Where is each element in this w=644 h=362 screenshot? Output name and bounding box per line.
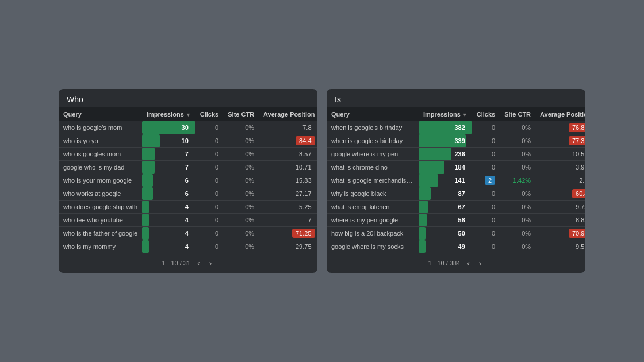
clicks-cell: 0 [195,134,223,148]
ctr-cell: 0% [500,187,535,201]
table-is: QueryImpressions ▼ClicksSite CTRAverage … [327,107,585,253]
table-row: who does google ship with 4 00%5.25 [59,201,317,214]
col-header-site-ctr: Site CTR [500,107,535,121]
query-cell: who is your mom google [59,174,142,187]
query-cell: what is chrome dino [327,161,419,174]
query-cell: why is google black [327,187,419,201]
ctr-cell: 0% [223,187,259,201]
table-row: why is google black 87 00%60.4 [327,187,585,201]
query-cell: who is yo yo [59,134,142,148]
avg-pos-cell: 77.35 [535,134,585,148]
ctr-cell: 0% [223,201,259,214]
query-cell: google who is my dad [59,161,142,174]
query-cell: what is emoji kitchen [327,201,419,214]
panel-is: IsQueryImpressions ▼ClicksSite CTRAverag… [327,89,585,273]
avg-pos-cell: 2.7 [535,174,585,187]
col-header-impressions[interactable]: Impressions ▼ [419,107,472,121]
col-header-clicks: Clicks [195,107,223,121]
col-header-average-position: Average Position [535,107,585,121]
clicks-cell: 0 [195,148,223,161]
query-cell: who is google's mom [59,121,142,134]
avg-pos-cell: 10.71 [259,161,317,174]
table-row: who works at google 6 00%27.17 [59,187,317,201]
impressions-cell: 7 [142,161,195,174]
ctr-cell: 0% [500,161,535,174]
ctr-cell: 0% [500,121,535,134]
table-row: who is my mommy 4 00%29.75 [59,240,317,253]
panel-title-is: Is [327,89,585,107]
next-button[interactable]: › [477,258,484,268]
impressions-cell: 382 [419,121,472,134]
avg-pos-cell: 29.75 [259,240,317,253]
clicks-cell: 0 [472,187,500,201]
avg-pos-cell: 15.83 [259,174,317,187]
table-row: what is google merchandise store 141 21.… [327,174,585,187]
avg-pos-cell: 70.94 [535,227,585,240]
col-header-site-ctr: Site CTR [223,107,259,121]
avg-pos-cell: 76.88 [535,121,585,134]
impressions-cell: 4 [142,240,195,253]
ctr-cell: 0% [223,240,259,253]
ctr-cell: 0% [500,134,535,148]
col-header-impressions[interactable]: Impressions ▼ [142,107,195,121]
col-header-clicks: Clicks [472,107,500,121]
ctr-cell: 0% [500,214,535,227]
table-row: who is google's mom 30 00%7.8 [59,121,317,134]
pagination-label: 1 - 10 / 384 [428,260,461,267]
panel-title-who: Who [59,89,317,107]
pagination-label: 1 - 10 / 31 [162,260,191,267]
query-cell: who is the father of google [59,227,142,240]
clicks-cell: 0 [195,121,223,134]
table-row: who is yo yo 10 00%84.4 [59,134,317,148]
table-row: who is googles mom 7 00%8.57 [59,148,317,161]
query-cell: google where is my pen [327,148,419,161]
col-header-query: Query [327,107,419,121]
query-cell: google where is my socks [327,240,419,253]
ctr-cell: 0% [223,174,259,187]
avg-pos-cell: 27.17 [259,187,317,201]
avg-pos-cell: 9.51 [535,240,585,253]
next-button[interactable]: › [207,258,214,268]
avg-pos-cell: 7 [259,214,317,227]
avg-pos-cell: 8.83 [535,214,585,227]
impressions-cell: 4 [142,227,195,240]
avg-pos-cell: 5.25 [259,201,317,214]
ctr-cell: 0% [223,134,259,148]
avg-pos-cell: 3.91 [535,161,585,174]
query-cell: who works at google [59,187,142,201]
col-header-query: Query [59,107,142,121]
prev-button[interactable]: ‹ [465,258,472,268]
col-header-average-position: Average Position [259,107,317,121]
impressions-cell: 49 [419,240,472,253]
ctr-cell: 0% [223,121,259,134]
clicks-cell: 0 [195,174,223,187]
query-cell: when is google s birthday [327,134,419,148]
avg-pos-cell: 8.57 [259,148,317,161]
impressions-cell: 141 [419,174,472,187]
clicks-cell: 0 [472,201,500,214]
table-row: who tee who youtube 4 00%7 [59,214,317,227]
pagination-who: 1 - 10 / 31‹› [59,253,317,273]
pagination-is: 1 - 10 / 384‹› [327,253,585,273]
table-row: what is emoji kitchen 67 00%9.75 [327,201,585,214]
ctr-cell: 0% [223,148,259,161]
query-cell: who tee who youtube [59,214,142,227]
impressions-cell: 4 [142,214,195,227]
impressions-cell: 58 [419,214,472,227]
table-row: when is google s birthday 339 00%77.35 [327,134,585,148]
ctr-cell: 0% [500,227,535,240]
clicks-cell: 0 [195,214,223,227]
impressions-cell: 50 [419,227,472,240]
clicks-cell: 0 [195,161,223,174]
impressions-cell: 184 [419,161,472,174]
prev-button[interactable]: ‹ [195,258,202,268]
clicks-cell: 0 [472,214,500,227]
impressions-cell: 67 [419,201,472,214]
impressions-cell: 7 [142,148,195,161]
query-cell: how big is a 20l backpack [327,227,419,240]
table-row: how big is a 20l backpack 50 00%70.94 [327,227,585,240]
impressions-cell: 6 [142,174,195,187]
panel-who: WhoQueryImpressions ▼ClicksSite CTRAvera… [59,89,317,273]
clicks-cell: 0 [195,187,223,201]
query-cell: what is google merchandise store [327,174,419,187]
